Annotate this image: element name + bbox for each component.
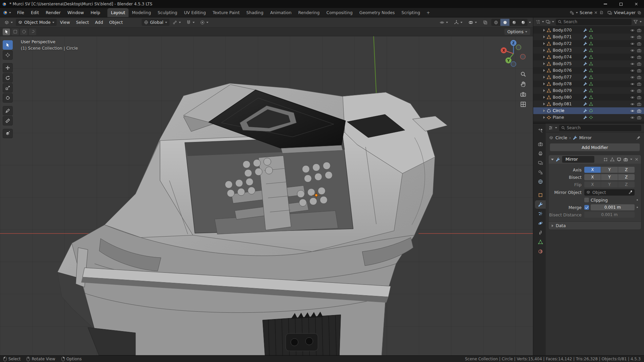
expand-arrow-icon[interactable]	[543, 89, 545, 92]
disable-render-camera-icon[interactable]	[637, 89, 641, 93]
scene-name[interactable]: Scene	[580, 10, 592, 15]
tab-object-data[interactable]	[535, 238, 546, 246]
viewlayer-name[interactable]: ViewLayer	[614, 10, 636, 15]
close-button[interactable]	[629, 0, 644, 8]
show-in-editmode-icon[interactable]	[610, 157, 614, 162]
menu-view[interactable]: View	[57, 18, 73, 26]
outliner-row[interactable]: Body.080	[533, 94, 644, 101]
axis-x-button[interactable]: X	[584, 167, 601, 173]
properties-search[interactable]	[559, 125, 641, 131]
modifier-panel-header[interactable]: Mirror	[549, 155, 641, 164]
expand-arrow-icon[interactable]	[543, 49, 545, 52]
tab-rendering[interactable]: Rendering	[295, 8, 323, 17]
menu-select[interactable]: Select	[73, 18, 92, 26]
tab-modeling[interactable]: Modeling	[129, 8, 154, 17]
outliner-row[interactable]: Body.073	[533, 47, 644, 54]
gizmos-dropdown[interactable]	[452, 19, 465, 26]
scale-tool-button[interactable]	[3, 83, 13, 93]
expand-arrow-icon[interactable]	[543, 76, 545, 79]
tab-geometry-nodes[interactable]: Geometry Nodes	[356, 8, 398, 17]
hide-eye-icon[interactable]	[630, 115, 635, 120]
outliner-row[interactable]: Body.077	[533, 74, 644, 81]
outliner-row[interactable]: Plane	[533, 114, 644, 121]
disable-render-camera-icon[interactable]	[637, 62, 641, 66]
object-name[interactable]: Body.079	[553, 88, 582, 93]
select-box-mode-button[interactable]	[11, 29, 19, 35]
hide-eye-icon[interactable]	[630, 75, 635, 80]
flip-z-button[interactable]: Z	[618, 182, 635, 188]
breadcrumb-modifier[interactable]: Mirror	[579, 135, 592, 140]
object-name[interactable]: Body.070	[553, 28, 582, 33]
minimize-button[interactable]	[598, 0, 613, 8]
pan-hand-icon[interactable]	[520, 81, 526, 87]
tab-modifiers[interactable]	[535, 200, 546, 209]
tab-tool[interactable]	[535, 126, 546, 135]
blender-menu-button[interactable]	[0, 8, 14, 17]
object-name[interactable]: Circle	[553, 108, 582, 113]
chevron-down-icon[interactable]	[552, 21, 554, 22]
hide-eye-icon[interactable]	[630, 89, 635, 93]
show-in-viewport-icon[interactable]	[617, 157, 621, 162]
expand-arrow-icon[interactable]	[543, 62, 545, 65]
select-lasso-mode-button[interactable]	[29, 29, 36, 35]
menu-add[interactable]: Add	[92, 18, 106, 26]
tab-compositing[interactable]: Compositing	[323, 8, 356, 17]
add-cube-tool-button[interactable]	[3, 129, 13, 138]
flip-y-button[interactable]: Y	[601, 182, 617, 188]
filter-icon[interactable]	[633, 19, 638, 24]
disable-render-camera-icon[interactable]	[637, 95, 641, 100]
hide-eye-icon[interactable]	[630, 55, 635, 59]
xray-toggle-button[interactable]	[481, 19, 490, 26]
expand-arrow-icon[interactable]	[543, 83, 545, 85]
overlays-dropdown[interactable]	[466, 19, 479, 26]
object-name[interactable]: Plane	[553, 115, 582, 120]
eyedropper-icon[interactable]	[629, 190, 633, 194]
hide-eye-icon[interactable]	[630, 102, 635, 106]
hide-eye-icon[interactable]	[630, 42, 635, 46]
modifier-extras-chevron-icon[interactable]	[630, 159, 632, 160]
proportional-edit-button[interactable]	[198, 19, 211, 26]
modifier-name-field[interactable]: Mirror	[562, 156, 594, 163]
maximize-button[interactable]	[613, 0, 629, 8]
outliner-row-active[interactable]: Circle	[533, 107, 644, 114]
unlink-scene-icon[interactable]	[594, 11, 598, 14]
collapse-arrow-icon[interactable]	[551, 159, 554, 160]
menu-edit[interactable]: Edit	[28, 8, 42, 17]
flip-x-button[interactable]: X	[584, 182, 601, 188]
chevron-down-icon[interactable]	[640, 21, 642, 22]
expand-arrow-icon[interactable]	[543, 109, 545, 112]
expand-arrow-icon[interactable]	[543, 69, 545, 72]
object-name[interactable]: Body.078	[553, 82, 582, 86]
3d-viewport[interactable]: User Perspective (1) Scene Collection | …	[0, 36, 533, 355]
transform-tool-button[interactable]	[3, 93, 13, 103]
tab-object[interactable]	[535, 191, 546, 199]
tab-particles[interactable]	[535, 210, 546, 218]
bisect-distance-field[interactable]: 0.001 m	[584, 212, 635, 218]
object-name[interactable]: Body.080	[553, 95, 582, 100]
camera-view-icon[interactable]	[520, 91, 526, 97]
hide-eye-icon[interactable]	[630, 28, 635, 33]
orientation-dropdown[interactable]: Global	[142, 19, 169, 26]
move-tool-button[interactable]	[3, 63, 13, 72]
chevron-down-icon[interactable]	[542, 21, 544, 22]
axis-y-button[interactable]: Y	[601, 167, 617, 173]
object-name[interactable]: Body.076	[553, 68, 582, 73]
hide-eye-icon[interactable]	[630, 95, 635, 100]
menu-help[interactable]: Help	[87, 8, 104, 17]
disable-render-camera-icon[interactable]	[637, 68, 641, 73]
outliner-row[interactable]: Body.081	[533, 101, 644, 107]
object-name[interactable]: Body.073	[553, 48, 582, 53]
pivot-dropdown[interactable]	[170, 19, 183, 26]
outliner-row[interactable]: Body.074	[533, 54, 644, 60]
outliner-row[interactable]: Body.071	[533, 34, 644, 40]
disable-render-camera-icon[interactable]	[637, 48, 641, 53]
object-name[interactable]: Body.077	[553, 75, 582, 80]
snap-toggle-button[interactable]	[184, 19, 197, 26]
tab-output[interactable]	[535, 149, 546, 158]
tab-sculpting[interactable]: Sculpting	[154, 8, 181, 17]
show-on-cage-icon[interactable]	[603, 157, 608, 162]
rotate-tool-button[interactable]	[3, 73, 13, 83]
tab-material[interactable]	[535, 247, 546, 256]
outliner-search[interactable]	[556, 19, 632, 25]
tab-layout[interactable]: Layout	[107, 8, 129, 17]
